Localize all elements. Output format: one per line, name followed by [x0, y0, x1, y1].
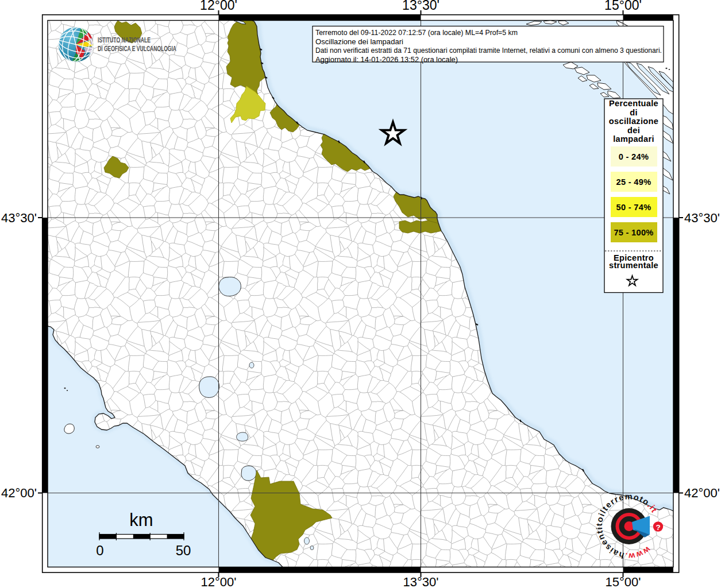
svg-text:0: 0	[96, 543, 103, 558]
svg-text:43°30': 43°30'	[1, 211, 37, 225]
svg-text:?: ?	[656, 523, 660, 532]
svg-text:0 - 24%: 0 - 24%	[619, 152, 649, 161]
svg-text:lampadari: lampadari	[613, 134, 654, 144]
svg-text:Oscillazione dei lampadari: Oscillazione dei lampadari	[315, 37, 403, 46]
svg-text:15°00': 15°00'	[606, 575, 641, 588]
svg-text:DI GEOFISICA E VULCANOLOGIA: DI GEOFISICA E VULCANOLOGIA	[98, 44, 176, 53]
svg-text:Dati non verificati estratti d: Dati non verificati estratti da 71 quest…	[315, 46, 662, 55]
svg-text:dei: dei	[627, 126, 640, 135]
svg-text:Percentuale: Percentuale	[609, 99, 658, 108]
svg-text:50 - 74%: 50 - 74%	[616, 203, 651, 212]
svg-text:di: di	[630, 108, 638, 117]
svg-text:13°30': 13°30'	[403, 575, 439, 588]
svg-text:oscillazione: oscillazione	[609, 117, 658, 126]
svg-text:Terremoto del 09-11-2022 07:12: Terremoto del 09-11-2022 07:12:57 (ora l…	[315, 28, 518, 37]
svg-text:Aggiornato il: 14-01-2026 13:5: Aggiornato il: 14-01-2026 13:52 (ora loc…	[315, 55, 458, 64]
svg-text:75 - 100%: 75 - 100%	[614, 228, 653, 237]
svg-text:13°30': 13°30'	[402, 0, 439, 13]
svg-text:km: km	[129, 510, 153, 530]
svg-text:43°30': 43°30'	[684, 211, 720, 225]
svg-text:42°00': 42°00'	[684, 486, 720, 500]
svg-text:12°00': 12°00'	[201, 575, 237, 588]
svg-text:strumentale: strumentale	[609, 261, 658, 270]
svg-text:25 - 49%: 25 - 49%	[616, 177, 651, 187]
svg-text:12°00': 12°00'	[200, 0, 237, 13]
svg-text:ISTITUTO NAZIONALE: ISTITUTO NAZIONALE	[98, 36, 151, 44]
svg-text:50: 50	[176, 543, 191, 558]
svg-text:15°00': 15°00'	[604, 0, 642, 13]
svg-text:42°00': 42°00'	[1, 486, 37, 500]
